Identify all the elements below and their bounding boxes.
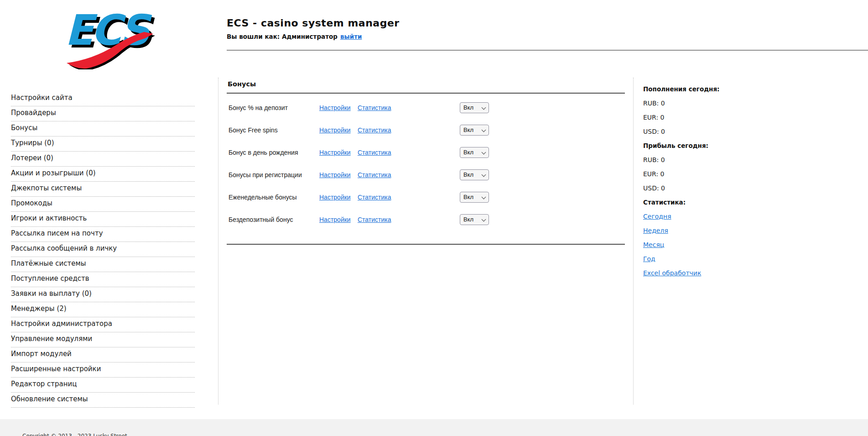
sidebar-item-tournaments[interactable]: Турниры (0)	[11, 137, 195, 152]
profit-today-heading: Прибыль сегодня:	[643, 139, 853, 153]
bonus-state-select[interactable]: Вкл	[460, 214, 489, 225]
bonus-row-no-deposit: Бездепозитный бонус Настройки Статистика…	[227, 208, 625, 231]
footer: Copyright © 2013—2023 Lucky Street	[0, 419, 868, 436]
bonus-label: Бонус в день рождения	[227, 149, 298, 156]
login-status: Вы вошли как: Администраторвыйти	[227, 33, 400, 40]
bonus-state-select-wrap: Вкл	[460, 125, 489, 136]
header: ECS - casino system manager Вы вошли как…	[227, 17, 400, 40]
bonus-state-select[interactable]: Вкл	[460, 192, 489, 203]
bonus-row-free-spins: Бонус Free spins Настройки Статистика Вк…	[227, 119, 625, 141]
bonuses-bottom-rule	[227, 244, 625, 245]
sidebar-item-lotteries[interactable]: Лотереи (0)	[11, 152, 195, 167]
copyright-text: Copyright © 2013—2023 Lucky Street	[22, 433, 127, 436]
ecs-logo-graphic: ECS ECS	[63, 5, 159, 69]
deposits-today-rub: RUB: 0	[643, 96, 853, 110]
bonus-state-select[interactable]: Вкл	[460, 147, 489, 158]
sidebar-item-payout-requests[interactable]: Заявки на выплату (0)	[11, 287, 195, 302]
bonus-statistics-link[interactable]: Статистика	[358, 194, 391, 201]
sidebar-item-promocodes[interactable]: Промокоды	[11, 197, 195, 212]
bonus-state-select-wrap: Вкл	[460, 169, 489, 180]
profit-today-eur: EUR: 0	[643, 167, 853, 181]
content-left-divider	[218, 78, 218, 404]
deposits-today-usd: USD: 0	[643, 125, 853, 139]
sidebar-item-players-activity[interactable]: Игроки и активность	[11, 212, 195, 227]
stats-week-link[interactable]: Неделя	[643, 227, 668, 234]
bonus-state-select[interactable]: Вкл	[460, 125, 489, 136]
bonus-statistics-link[interactable]: Статистика	[358, 149, 391, 156]
sidebar-item-advanced[interactable]: Расширенные настройки	[11, 362, 195, 378]
sidebar-item-site-settings[interactable]: Настройки сайта	[11, 91, 195, 106]
bonus-rows: Бонус % на депозит Настройки Статистика …	[227, 96, 625, 231]
page-title: ECS - casino system manager	[227, 17, 400, 29]
stats-today-link[interactable]: Сегодня	[643, 213, 671, 220]
bonus-state-select[interactable]: Вкл	[460, 169, 489, 180]
bonus-state-select-wrap: Вкл	[460, 192, 489, 203]
bonus-settings-link[interactable]: Настройки	[319, 216, 351, 223]
bonus-state-select[interactable]: Вкл	[460, 102, 489, 113]
stats-month-link[interactable]: Месяц	[643, 241, 664, 248]
bonus-state-select-wrap: Вкл	[460, 214, 489, 225]
bonus-label: Бездепозитный бонус	[227, 216, 293, 223]
sidebar-item-page-editor[interactable]: Редактор страниц	[11, 378, 195, 393]
bonus-statistics-link[interactable]: Статистика	[358, 171, 391, 179]
bonus-row-deposit-percent: Бонус % на депозит Настройки Статистика …	[227, 96, 625, 119]
sidebar-item-module-import[interactable]: Импорт модулей	[11, 347, 195, 362]
bonus-settings-link[interactable]: Настройки	[319, 171, 351, 179]
ecs-logo[interactable]: ECS ECS	[63, 5, 159, 69]
sidebar-item-payment-systems[interactable]: Платёжные системы	[11, 257, 195, 272]
bonus-label: Бонус Free spins	[227, 126, 278, 134]
bonuses-panel: Бонусы Бонус % на депозит Настройки Стат…	[227, 80, 625, 245]
sidebar-item-system-update[interactable]: Обновление системы	[11, 393, 195, 408]
bonus-settings-link[interactable]: Настройки	[319, 104, 351, 111]
bonus-state-select-wrap: Вкл	[460, 102, 489, 113]
sidebar-item-admin-settings[interactable]: Настройки администратора	[11, 317, 195, 332]
deposits-today-heading: Пополнения сегодня:	[643, 82, 853, 96]
sidebar-item-jackpots[interactable]: Джекпоты системы	[11, 182, 195, 197]
bonus-statistics-link[interactable]: Статистика	[358, 216, 391, 223]
bonus-settings-link[interactable]: Настройки	[319, 126, 351, 134]
bonuses-top-rule	[227, 93, 625, 94]
bonus-row-weekly: Еженедельные бонусы Настройки Статистика…	[227, 186, 625, 208]
bonus-state-select-wrap: Вкл	[460, 147, 489, 158]
sidebar-item-bonuses[interactable]: Бонусы	[11, 121, 195, 137]
bonus-label: Бонус % на депозит	[227, 104, 288, 111]
bonuses-heading: Бонусы	[227, 80, 625, 88]
stats-excel-link[interactable]: Excel обработчик	[643, 269, 701, 277]
bonus-statistics-link[interactable]: Статистика	[358, 126, 391, 134]
sidebar-nav: Настройки сайта Провайдеры Бонусы Турнир…	[11, 91, 195, 408]
today-stats-panel: Пополнения сегодня: RUB: 0 EUR: 0 USD: 0…	[643, 82, 853, 280]
profit-today-rub: RUB: 0	[643, 153, 853, 167]
stats-year-link[interactable]: Год	[643, 255, 655, 263]
sidebar-item-pm-mailing[interactable]: Рассылка сообщений в личку	[11, 242, 195, 257]
sidebar-item-providers[interactable]: Провайдеры	[11, 106, 195, 121]
svg-text:ECS: ECS	[65, 6, 152, 55]
deposits-today-eur: EUR: 0	[643, 110, 853, 125]
sidebar-item-email-mailing[interactable]: Рассылка писем на почту	[11, 227, 195, 242]
profit-today-usd: USD: 0	[643, 181, 853, 195]
header-divider	[227, 50, 868, 51]
sidebar-item-incoming-funds[interactable]: Поступление средств	[11, 272, 195, 287]
bonus-label: Еженедельные бонусы	[227, 194, 297, 201]
bonus-statistics-link[interactable]: Статистика	[358, 104, 391, 111]
sidebar-item-promotions[interactable]: Акции и розыгрыши (0)	[11, 167, 195, 182]
bonus-settings-link[interactable]: Настройки	[319, 149, 351, 156]
bonus-row-registration: Бонусы при регистрации Настройки Статист…	[227, 163, 625, 186]
content-right-divider	[633, 78, 634, 404]
sidebar-item-module-manage[interactable]: Управление модулями	[11, 332, 195, 347]
login-status-text: Вы вошли как: Администратор	[227, 33, 338, 40]
logout-link[interactable]: выйти	[340, 33, 362, 40]
bonus-row-birthday: Бонус в день рождения Настройки Статисти…	[227, 141, 625, 163]
bonus-label: Бонусы при регистрации	[227, 171, 302, 179]
sidebar-item-managers[interactable]: Менеджеры (2)	[11, 302, 195, 317]
bonus-settings-link[interactable]: Настройки	[319, 194, 351, 201]
statistics-heading: Статистика:	[643, 195, 853, 210]
